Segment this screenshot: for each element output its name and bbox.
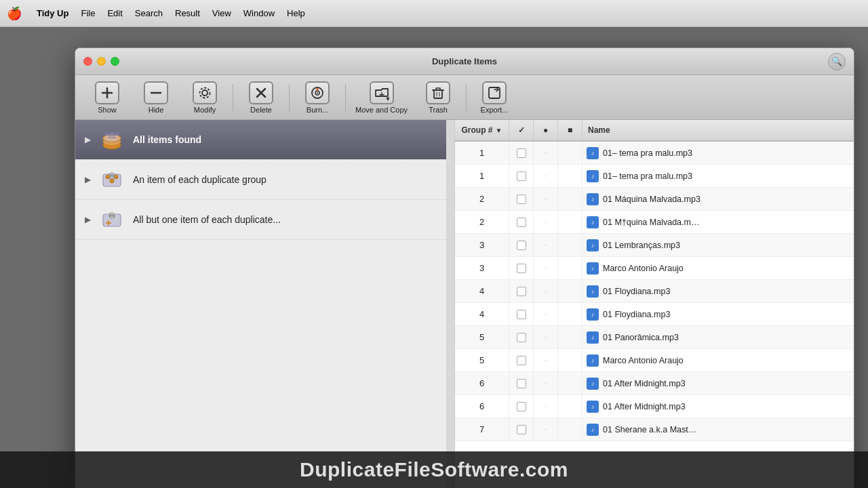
menu-file[interactable]: File bbox=[81, 8, 95, 18]
sidebar-item-all-but-one[interactable]: ▶ All but one item of each duplicate... bbox=[75, 200, 454, 240]
table-row[interactable]: 1 · ♪ 01– tema pra malu.mp3 bbox=[455, 165, 854, 188]
row-checkbox[interactable] bbox=[517, 333, 526, 342]
sidebar-arrow-one-each: ▶ bbox=[85, 175, 91, 184]
td-check[interactable] bbox=[509, 395, 534, 418]
close-button[interactable] bbox=[83, 57, 92, 66]
delete-button[interactable]: Delete bbox=[237, 79, 285, 117]
table-row[interactable]: 2 · ♪ 01 Máquina Malvada.mp3 bbox=[455, 188, 854, 211]
th-check[interactable]: ✓ bbox=[509, 120, 534, 140]
td-dot: · bbox=[534, 395, 558, 418]
td-check[interactable] bbox=[509, 234, 534, 256]
menu-search[interactable]: Search bbox=[135, 8, 163, 18]
window-title: Duplicate Items bbox=[432, 56, 497, 66]
table-row[interactable]: 4 · ♪ 01 Floydiana.mp3 bbox=[455, 280, 854, 303]
row-checkbox[interactable] bbox=[517, 379, 526, 388]
td-dot: · bbox=[534, 165, 558, 187]
td-check[interactable] bbox=[509, 372, 534, 394]
menu-view[interactable]: View bbox=[212, 8, 231, 18]
row-checkbox[interactable] bbox=[517, 241, 526, 250]
trash-bin-icon bbox=[431, 85, 446, 100]
td-check[interactable] bbox=[509, 418, 534, 441]
td-color bbox=[558, 326, 583, 348]
td-name: ♪ 01 Máquina Malvada.mp3 bbox=[583, 188, 854, 210]
td-dot: · bbox=[534, 349, 558, 371]
separator-2 bbox=[289, 84, 290, 111]
table-row[interactable]: 6 · ♪ 01 After Midnight.mp3 bbox=[455, 372, 854, 395]
row-checkbox[interactable] bbox=[517, 195, 526, 204]
td-color bbox=[558, 234, 583, 256]
maximize-button[interactable] bbox=[111, 57, 119, 66]
td-group: 6 bbox=[455, 372, 509, 394]
td-dot: · bbox=[534, 234, 558, 256]
row-checkbox[interactable] bbox=[517, 356, 526, 365]
td-name: ♪ 01 Panorâmica.mp3 bbox=[583, 326, 854, 348]
table-row[interactable]: 5 · ♪ Marco Antonio Araujo bbox=[455, 349, 854, 372]
table-row[interactable]: 1 · ♪ 01– tema pra malu.mp3 bbox=[455, 142, 854, 165]
apple-menu-icon[interactable]: 🍎 bbox=[7, 6, 22, 21]
td-name: ♪ 01 Sherane a.k.a Mast… bbox=[583, 418, 854, 441]
td-check[interactable] bbox=[509, 257, 534, 279]
row-checkbox[interactable] bbox=[517, 310, 526, 319]
td-check[interactable] bbox=[509, 326, 534, 348]
export-button[interactable]: Export... bbox=[471, 79, 518, 117]
sidebar-item-all-items[interactable]: ▶ All items found bbox=[75, 120, 454, 160]
export-icon bbox=[482, 81, 507, 104]
app-name[interactable]: Tidy Up bbox=[37, 8, 68, 18]
hide-button[interactable]: Hide bbox=[132, 79, 180, 117]
table-row[interactable]: 3 · ♪ Marco Antonio Araujo bbox=[455, 257, 854, 280]
row-checkbox[interactable] bbox=[517, 218, 526, 227]
menu-edit[interactable]: Edit bbox=[107, 8, 122, 18]
table-area: Group # ▼ ✓ ● ■ Name bbox=[455, 120, 854, 488]
td-check[interactable] bbox=[509, 211, 534, 233]
file-icon: ♪ bbox=[587, 193, 599, 205]
sidebar-scrollbar[interactable] bbox=[446, 120, 454, 488]
burn-button[interactable]: Burn... bbox=[294, 79, 341, 117]
td-check[interactable] bbox=[509, 280, 534, 302]
td-check[interactable] bbox=[509, 142, 534, 164]
sidebar-arrow-all-but-one: ▶ bbox=[85, 215, 91, 224]
file-icon: ♪ bbox=[587, 354, 599, 367]
trash-icon bbox=[426, 81, 450, 104]
menu-window[interactable]: Window bbox=[243, 8, 275, 18]
search-icon[interactable]: 🔍 bbox=[828, 53, 846, 70]
th-dot[interactable]: ● bbox=[534, 120, 558, 140]
move-copy-button[interactable]: ▼ Move and Copy bbox=[350, 79, 413, 117]
row-checkbox[interactable] bbox=[517, 425, 526, 434]
menu-result[interactable]: Result bbox=[175, 8, 200, 18]
td-check[interactable] bbox=[509, 165, 534, 187]
move-copy-icon: ▼ bbox=[370, 81, 394, 104]
th-name[interactable]: Name bbox=[583, 120, 854, 140]
show-button[interactable]: Show bbox=[83, 79, 131, 117]
td-dot: · bbox=[534, 142, 558, 164]
table-row[interactable]: 5 · ♪ 01 Panorâmica.mp3 bbox=[455, 326, 854, 349]
row-checkbox[interactable] bbox=[517, 148, 526, 158]
row-checkbox[interactable] bbox=[517, 287, 526, 296]
trash-button[interactable]: Trash bbox=[414, 79, 462, 117]
td-check[interactable] bbox=[509, 349, 534, 371]
td-name: ♪ 01 After Midnight.mp3 bbox=[583, 395, 854, 418]
hide-label: Hide bbox=[149, 106, 164, 114]
table-row[interactable]: 3 · ♪ 01 Lembranças.mp3 bbox=[455, 234, 854, 257]
row-checkbox[interactable] bbox=[517, 264, 526, 273]
show-label: Show bbox=[98, 106, 117, 114]
watermark-banner: DuplicateFileSoftware.com bbox=[0, 451, 868, 488]
row-checkbox[interactable] bbox=[517, 171, 526, 181]
modify-icon bbox=[193, 81, 217, 104]
table-row[interactable]: 6 · ♪ 01 After Midnight.mp3 bbox=[455, 395, 854, 418]
th-group[interactable]: Group # ▼ bbox=[455, 120, 509, 140]
td-color bbox=[558, 142, 583, 164]
minimize-button[interactable] bbox=[97, 57, 106, 66]
delete-icon bbox=[249, 81, 273, 104]
menu-help[interactable]: Help bbox=[287, 8, 305, 18]
td-check[interactable] bbox=[509, 303, 534, 325]
file-icon: ♪ bbox=[587, 170, 599, 182]
row-checkbox[interactable] bbox=[517, 402, 526, 411]
td-check[interactable] bbox=[509, 188, 534, 210]
table-row[interactable]: 2 · ♪ 01 M†quina Malvada.m… bbox=[455, 211, 854, 234]
table-row[interactable]: 4 · ♪ 01 Floydiana.mp3 bbox=[455, 303, 854, 326]
td-dot: · bbox=[534, 280, 558, 302]
sidebar-item-one-each[interactable]: ▶ An item of each duplicate group bbox=[75, 160, 454, 200]
table-row[interactable]: 7 · ♪ 01 Sherane a.k.a Mast… bbox=[455, 418, 854, 441]
th-color[interactable]: ■ bbox=[558, 120, 583, 140]
modify-button[interactable]: Modify bbox=[181, 79, 229, 117]
